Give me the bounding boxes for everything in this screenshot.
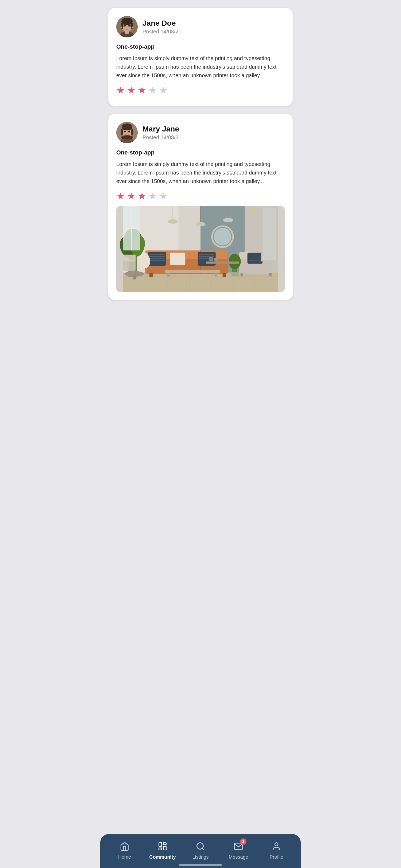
svg-rect-82 (209, 257, 213, 261)
svg-rect-91 (132, 274, 136, 280)
svg-point-17 (131, 128, 133, 135)
svg-rect-50 (170, 252, 185, 265)
avatar-mary (116, 122, 138, 143)
star-2-4: ★ (148, 191, 157, 201)
star-1-4: ★ (148, 86, 157, 95)
svg-point-39 (195, 222, 205, 227)
svg-rect-68 (165, 270, 220, 273)
svg-point-10 (131, 27, 133, 28)
svg-point-9 (121, 27, 122, 28)
star-2-3: ★ (138, 191, 146, 201)
card-header-2: Mary Jane Posted:14/08/21 (116, 122, 285, 143)
svg-point-20 (128, 131, 130, 132)
review-title-1: One-stop-app (116, 43, 285, 50)
star-2-2: ★ (127, 191, 135, 201)
svg-point-42 (251, 208, 255, 213)
review-card-2: Mary Jane Posted:14/08/21 One-stop-app L… (108, 114, 293, 300)
avatar-jane (116, 16, 138, 37)
svg-point-19 (124, 131, 126, 132)
review-card-1: Jane Doe Posted:14/08/21 One-stop-app Lo… (108, 8, 293, 106)
svg-point-8 (128, 25, 130, 27)
svg-point-18 (121, 135, 133, 140)
svg-point-16 (121, 128, 123, 135)
svg-rect-87 (123, 206, 140, 250)
svg-rect-69 (167, 273, 169, 277)
svg-rect-83 (214, 258, 217, 261)
svg-rect-45 (149, 273, 153, 277)
star-1-3: ★ (138, 86, 146, 95)
user-info-mary: Mary Jane Posted:14/08/21 (143, 125, 182, 141)
user-info-jane: Jane Doe Posted:14/08/21 (143, 19, 182, 35)
svg-rect-49 (148, 252, 166, 266)
review-title-2: One-stop-app (116, 149, 285, 156)
stars-2: ★ ★ ★ ★ ★ (116, 191, 285, 201)
svg-rect-25 (123, 273, 278, 292)
user-name-mary: Mary Jane (143, 125, 182, 133)
svg-rect-66 (241, 273, 243, 276)
review-text-1: Lorem Ipsum is simply dummy text of the … (116, 54, 285, 80)
star-2-5: ★ (159, 191, 167, 201)
star-1-1: ★ (116, 86, 125, 95)
stars-1: ★ ★ ★ ★ ★ (116, 86, 285, 95)
svg-point-80 (214, 228, 232, 246)
star-1-2: ★ (127, 86, 135, 95)
page-container: Jane Doe Posted:14/08/21 One-stop-app Lo… (100, 0, 301, 434)
review-image (116, 206, 285, 292)
svg-rect-81 (206, 261, 239, 264)
svg-rect-46 (223, 273, 226, 277)
svg-point-7 (124, 25, 126, 27)
svg-rect-89 (263, 208, 276, 260)
star-1-5: ★ (159, 86, 167, 95)
svg-rect-67 (269, 273, 272, 276)
review-text-2: Lorem Ipsum is simply dummy text of the … (116, 160, 285, 185)
posted-date-jane: Posted:14/08/21 (143, 29, 182, 35)
svg-rect-70 (215, 273, 217, 277)
star-2-1: ★ (116, 191, 125, 201)
svg-rect-92 (123, 260, 135, 271)
svg-point-15 (122, 123, 132, 130)
posted-date-mary: Posted:14/08/21 (143, 134, 182, 141)
svg-rect-93 (123, 255, 135, 261)
user-name-jane: Jane Doe (143, 19, 182, 28)
svg-rect-78 (231, 272, 239, 277)
card-header-1: Jane Doe Posted:14/08/21 (116, 16, 285, 37)
svg-point-41 (223, 218, 233, 222)
svg-point-37 (168, 219, 178, 224)
